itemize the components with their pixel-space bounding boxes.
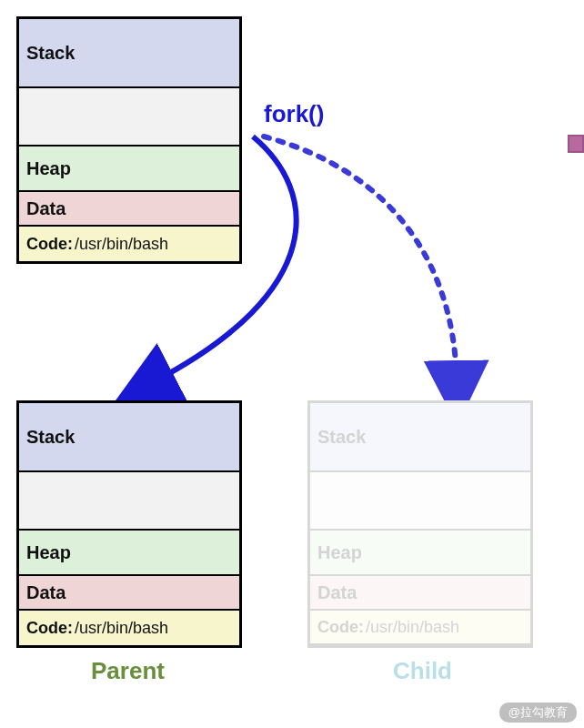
segment-stack: Stack [310,403,530,472]
memory-box-parent: Stack Heap Data Code: /usr/bin/bash [16,400,242,648]
arrow-to-child [264,136,457,382]
segment-code: Code: /usr/bin/bash [19,611,239,645]
code-value: /usr/bin/bash [75,235,168,254]
code-value: /usr/bin/bash [366,618,459,637]
pink-stub [568,135,584,153]
segment-code: Code: /usr/bin/bash [310,611,530,645]
fork-label: fork() [264,100,324,128]
segment-data: Data [310,576,530,611]
segment-code: Code: /usr/bin/bash [19,227,239,261]
caption-child: Child [393,657,452,685]
memory-box-child: Stack Heap Data Code: /usr/bin/bash [307,400,533,648]
segment-heap: Heap [19,531,239,576]
segment-heap: Heap [310,531,530,576]
segment-stack: Stack [19,19,239,88]
code-label: Code: [26,235,73,254]
code-label: Code: [317,618,364,637]
caption-parent: Parent [91,657,165,685]
watermark-badge: @拉勾教育 [499,703,577,723]
code-value: /usr/bin/bash [75,619,168,638]
segment-stack: Stack [19,403,239,472]
segment-data: Data [19,192,239,227]
segment-data: Data [19,576,239,611]
segment-heap: Heap [19,147,239,192]
code-label: Code: [26,619,73,638]
segment-gap [19,88,239,147]
segment-gap [19,472,239,531]
memory-box-original: Stack Heap Data Code: /usr/bin/bash [16,16,242,264]
segment-gap [310,472,530,531]
